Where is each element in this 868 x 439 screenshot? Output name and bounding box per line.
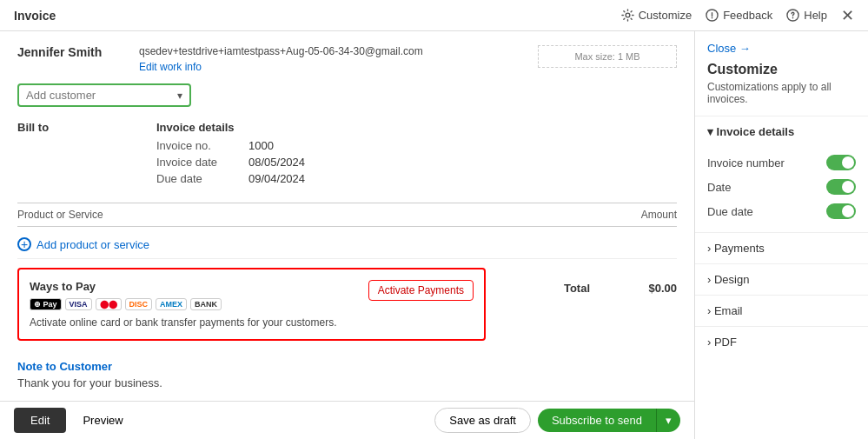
footer-tabs: Edit Preview	[14, 408, 140, 433]
pdf-section-header[interactable]: › PDF	[695, 327, 868, 357]
ways-to-pay-section: Ways to Pay ⊕ Pay VISA ⬤⬤ DISC AMEX BANK…	[17, 268, 486, 341]
panel-section-payments: › Payments	[695, 232, 868, 263]
payment-icons: ⊕ Pay VISA ⬤⬤ DISC AMEX BANK	[30, 298, 361, 310]
panel-section-invoice-details: ▾ Invoice details Invoice number Date Du…	[695, 116, 868, 232]
note-title: Note to Customer	[17, 360, 677, 373]
apple-pay-icon: ⊕ Pay	[30, 298, 62, 310]
invoice-date-val: 08/05/2024	[248, 156, 305, 169]
panel-close-button[interactable]: Close →	[707, 42, 751, 55]
mastercard-icon: ⬤⬤	[96, 298, 122, 310]
bill-to-label: Bill to	[17, 121, 122, 134]
help-button[interactable]: Help	[786, 9, 827, 22]
invoice-number-toggle-label: Invoice number	[707, 156, 785, 170]
due-date-toggle-label: Due date	[707, 205, 753, 218]
subscribe-btn-group: Subscribe to send ▾	[538, 409, 680, 432]
total-block: Total $0.00	[503, 268, 677, 309]
feedback-button[interactable]: Feedback	[706, 9, 772, 22]
email-section-header[interactable]: › Email	[695, 296, 868, 326]
invoice-details-section-header[interactable]: ▾ Invoice details	[695, 116, 868, 147]
activate-payments-button[interactable]: Activate Payments	[368, 280, 474, 301]
add-customer-input[interactable]	[26, 89, 177, 102]
total-row: Total $0.00	[503, 275, 677, 302]
add-product-label: Add product or service	[36, 238, 149, 251]
customize-button[interactable]: Customize	[621, 9, 692, 22]
top-bar: Invoice Customize Feedback Help ✕	[0, 0, 868, 31]
email-section-label: › Email	[707, 304, 742, 317]
edit-tab[interactable]: Edit	[14, 408, 66, 433]
payments-section-label: › Payments	[707, 242, 765, 255]
invoice-no-val: 1000	[248, 139, 274, 152]
bottom-bar: Edit Preview Save as draft Subscribe to …	[0, 401, 694, 439]
subscribe-to-send-button[interactable]: Subscribe to send	[538, 409, 656, 432]
invoice-panel: Jennifer Smith qsedev+testdrive+iamtestp…	[0, 31, 694, 401]
bill-to-block: Bill to	[17, 121, 122, 189]
feedback-label: Feedback	[723, 9, 772, 22]
panel-title: Customize	[695, 62, 868, 81]
detail-row-date: Invoice date 08/05/2024	[156, 156, 305, 169]
col-product: Product or Service	[17, 209, 103, 221]
note-text: Thank you for your business.	[17, 376, 677, 389]
date-toggle-label: Date	[707, 181, 731, 194]
customer-dropdown-row: ▾	[17, 83, 677, 107]
panel-close-row: Close →	[695, 42, 868, 62]
close-button[interactable]: ✕	[841, 6, 854, 25]
discover-icon: DISC	[125, 298, 153, 310]
invoice-details-label: Invoice details	[156, 121, 305, 134]
customer-input-wrap: ▾	[17, 83, 191, 107]
invoice-date-key: Invoice date	[156, 156, 235, 169]
detail-row-due: Due date 09/04/2024	[156, 172, 305, 185]
detail-row-number: Invoice no. 1000	[156, 139, 305, 152]
design-section-label: › Design	[707, 273, 749, 286]
add-product-icon: +	[17, 237, 31, 251]
toggle-row-invoice-number: Invoice number	[707, 150, 856, 175]
panel-close-label: Close →	[707, 42, 751, 55]
customer-email: qsedev+testdrive+iamtestpass+Aug-05-06-3…	[139, 45, 520, 57]
invoice-number-toggle[interactable]	[826, 155, 856, 170]
add-product-button[interactable]: + Add product or service	[17, 237, 149, 251]
feedback-icon	[706, 9, 719, 22]
divider	[17, 258, 677, 259]
customer-email-block: qsedev+testdrive+iamtestpass+Aug-05-06-3…	[139, 45, 520, 73]
right-panel: Close → Customize Customizations apply t…	[694, 31, 868, 439]
table-header: Product or Service Amount	[17, 203, 677, 227]
col-amount: Amount	[641, 209, 677, 221]
note-section: Note to Customer Thank you for your busi…	[17, 360, 677, 389]
visa-icon: VISA	[65, 298, 92, 310]
customer-name: Jennifer Smith	[17, 45, 122, 59]
panel-subtitle: Customizations apply to all invoices.	[695, 81, 868, 116]
preview-tab[interactable]: Preview	[66, 408, 139, 433]
edit-work-info-link[interactable]: Edit work info	[139, 61, 202, 73]
dropdown-arrow-icon[interactable]: ▾	[177, 90, 182, 102]
help-label: Help	[804, 9, 827, 22]
svg-point-0	[626, 13, 630, 17]
attachment-label: Max size: 1 MB	[574, 51, 639, 62]
top-bar-actions: Customize Feedback Help ✕	[621, 6, 854, 25]
add-product-row: + Add product or service	[17, 230, 677, 258]
invoice-scroll: Jennifer Smith qsedev+testdrive+iamtestp…	[0, 31, 694, 401]
bill-details-row: Bill to Invoice details Invoice no. 1000…	[17, 121, 677, 189]
attachment-box: Max size: 1 MB	[538, 45, 677, 68]
date-toggle[interactable]	[826, 179, 856, 195]
payments-section-header[interactable]: › Payments	[695, 233, 868, 263]
design-section-header[interactable]: › Design	[695, 264, 868, 295]
due-date-val: 09/04/2024	[248, 172, 305, 185]
toggle-row-date: Date	[707, 175, 856, 199]
gear-icon	[621, 9, 634, 22]
invoice-details-section-content: Invoice number Date Due date	[695, 147, 868, 232]
amex-icon: AMEX	[156, 298, 187, 310]
due-date-toggle[interactable]	[826, 203, 856, 219]
customer-header: Jennifer Smith qsedev+testdrive+iamtestp…	[17, 45, 677, 73]
save-draft-button[interactable]: Save as draft	[434, 408, 531, 433]
panel-section-pdf: › PDF	[695, 326, 868, 357]
ways-total-row: Ways to Pay ⊕ Pay VISA ⬤⬤ DISC AMEX BANK…	[17, 268, 677, 351]
panel-section-email: › Email	[695, 295, 868, 326]
total-label: Total	[564, 282, 590, 295]
invoice-area: Jennifer Smith qsedev+testdrive+iamtestp…	[0, 31, 694, 439]
subscribe-dropdown-button[interactable]: ▾	[656, 409, 680, 432]
toggle-row-due-date: Due date	[707, 199, 856, 223]
due-date-key: Due date	[156, 172, 235, 185]
help-icon	[786, 9, 799, 22]
ways-title: Ways to Pay	[30, 280, 361, 293]
panel-section-design: › Design	[695, 263, 868, 295]
footer-right: Save as draft Subscribe to send ▾	[434, 408, 680, 433]
